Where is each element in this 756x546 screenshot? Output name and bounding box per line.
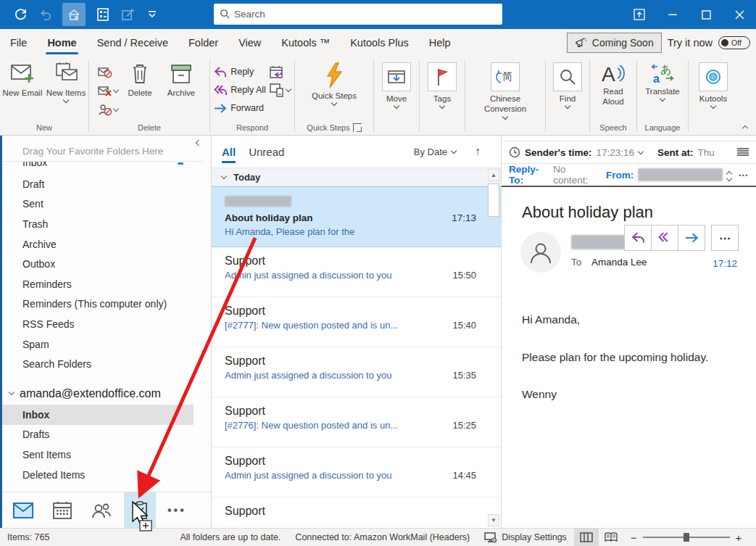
folder-archive[interactable]: Archive <box>2 234 211 255</box>
folder-sent-items[interactable]: Sent Items <box>2 444 211 465</box>
tab-home[interactable]: Home <box>37 29 86 57</box>
more-options-icon[interactable]: ⋯ <box>739 169 749 181</box>
people-nav-icon[interactable] <box>91 500 112 521</box>
kutools-button[interactable]: Kutools <box>693 61 734 108</box>
scrollbar-thumb[interactable] <box>488 183 499 217</box>
scroll-up-icon[interactable]: ▲ <box>488 169 499 181</box>
sort-by-dropdown[interactable]: By Date <box>414 146 456 157</box>
tasks-nav-icon[interactable] <box>124 492 156 529</box>
filter-tab-all[interactable]: All <box>222 136 236 167</box>
calendar-nav-icon[interactable] <box>51 500 73 521</box>
mail-item[interactable]: Support Admin just assigned a discussion… <box>212 347 501 397</box>
find-button[interactable]: Find <box>547 61 588 108</box>
collapse-ribbon-icon[interactable] <box>742 125 748 131</box>
active-command-icon[interactable] <box>62 3 86 26</box>
folder-draft[interactable]: Draft <box>2 174 211 194</box>
display-settings-button[interactable]: Display Settings <box>477 532 574 543</box>
new-email-button[interactable]: New Email <box>2 61 43 98</box>
close-icon[interactable] <box>723 0 756 29</box>
folder-drafts[interactable]: Drafts <box>2 425 211 445</box>
redacted-sender <box>225 196 291 207</box>
message-list-scrollbar[interactable]: ▲ ▼ <box>488 169 499 526</box>
more-apps-icon[interactable]: ••• <box>167 504 186 517</box>
new-items-button[interactable]: New Items <box>46 61 86 102</box>
folder-inbox[interactable]: Inbox <box>2 405 194 425</box>
block-sender-button[interactable] <box>98 102 118 117</box>
junk-button[interactable] <box>98 83 118 99</box>
folder-search-folders[interactable]: Search Folders <box>2 354 211 374</box>
mail-item[interactable]: Support Admin just assigned a discussion… <box>212 247 501 297</box>
mail-item[interactable]: Support <box>212 497 501 527</box>
reply-button[interactable]: Reply <box>214 64 266 80</box>
minimize-icon[interactable] <box>656 0 689 29</box>
group-label-respond: Respond <box>236 120 268 135</box>
im-respond-icon[interactable] <box>269 82 291 98</box>
maximize-icon[interactable] <box>689 0 723 29</box>
delete-button[interactable]: Delete <box>121 61 159 98</box>
forward-button[interactable]: Forward <box>214 100 266 116</box>
avatar[interactable] <box>520 232 561 273</box>
tab-view[interactable]: View <box>228 29 271 57</box>
archive-button[interactable]: Archive <box>162 61 201 98</box>
list-settings-icon[interactable] <box>96 7 110 22</box>
dialog-launcher-icon[interactable] <box>353 123 362 132</box>
scroll-down-icon[interactable]: ▼ <box>488 514 499 526</box>
favorites-clipped-item[interactable]: Inbox <box>2 162 211 170</box>
folder-reminders-local[interactable]: Reminders (This computer only) <box>2 294 211 315</box>
tab-help[interactable]: Help <box>419 29 461 57</box>
zoom-thumb[interactable] <box>684 533 689 542</box>
zoom-track[interactable] <box>643 537 730 538</box>
reading-view-icon[interactable] <box>599 529 623 546</box>
send-receive-sync-icon[interactable] <box>13 7 28 22</box>
tab-file[interactable]: File <box>0 29 37 57</box>
zoom-in-icon[interactable]: + <box>736 531 742 544</box>
zoom-slider[interactable]: − + <box>631 531 742 544</box>
undo-icon[interactable] <box>38 7 52 22</box>
search-input[interactable]: Search <box>214 4 502 25</box>
tags-button[interactable]: Tags <box>422 61 462 108</box>
ribbon-display-options-icon[interactable] <box>623 0 656 29</box>
mail-item-selected[interactable]: About holiday plan 17:13 Hi Amanda, Plea… <box>212 186 501 247</box>
mail-item[interactable]: Support [#2777]: New question posted and… <box>212 297 501 347</box>
mail-item[interactable]: Support Admin just assigned a discussion… <box>212 447 501 497</box>
tab-folder[interactable]: Folder <box>178 29 228 57</box>
folder-rss-feeds[interactable]: RSS Feeds <box>2 314 211 334</box>
edit-icon[interactable] <box>120 7 135 22</box>
tab-kutools-plus[interactable]: Kutools Plus <box>340 29 419 57</box>
zoom-out-icon[interactable]: − <box>631 531 637 544</box>
customize-toolbar-chevron-icon[interactable] <box>145 7 159 22</box>
chinese-conversion-button[interactable]: 简 Chinese Conversion <box>470 61 540 119</box>
chevron-down-icon[interactable] <box>638 148 644 154</box>
forward-button-header[interactable] <box>678 225 705 251</box>
mail-item[interactable]: Support [#2776]: New question posted and… <box>212 397 501 447</box>
reply-all-button[interactable]: Reply All <box>214 82 266 98</box>
try-it-now-toggle[interactable]: Off <box>718 36 750 49</box>
read-aloud-button[interactable]: A Read Aloud <box>593 61 634 107</box>
move-button[interactable]: Move <box>376 61 417 108</box>
reply-all-button-header[interactable] <box>651 225 678 251</box>
more-actions-button[interactable]: ⋯ <box>711 225 739 251</box>
account-header[interactable]: amanda@extendoffice.com <box>2 383 211 405</box>
tab-kutools[interactable]: Kutools ™ <box>271 29 340 57</box>
meeting-reply-icon[interactable] <box>269 65 291 80</box>
folders-status: All folders are up to date. <box>173 532 288 542</box>
sort-ascending-icon[interactable]: ↑ <box>475 145 481 158</box>
folder-trash[interactable]: Trash <box>2 214 211 234</box>
translate-button[interactable]: あa Translate <box>639 61 686 101</box>
folder-spam[interactable]: Spam <box>2 334 211 355</box>
folder-deleted-items[interactable]: Deleted Items <box>2 465 211 485</box>
ignore-button[interactable] <box>98 64 118 80</box>
coming-soon-button[interactable]: Coming Soon <box>567 33 662 53</box>
folder-outbox[interactable]: Outbox <box>2 254 211 274</box>
group-header-today[interactable]: Today <box>212 167 501 186</box>
folder-sent[interactable]: Sent <box>2 194 211 215</box>
normal-view-icon[interactable] <box>574 529 599 546</box>
mail-nav-icon[interactable] <box>12 500 34 521</box>
reply-button-header[interactable] <box>624 225 652 251</box>
filter-tab-unread[interactable]: Unread <box>249 136 284 167</box>
menu-lines-icon[interactable] <box>737 148 749 157</box>
quick-steps-button[interactable]: Quick Steps <box>305 61 363 105</box>
folder-reminders[interactable]: Reminders <box>2 274 211 294</box>
spinner-control[interactable] <box>727 170 731 181</box>
tab-send-receive[interactable]: Send / Receive <box>87 29 178 57</box>
